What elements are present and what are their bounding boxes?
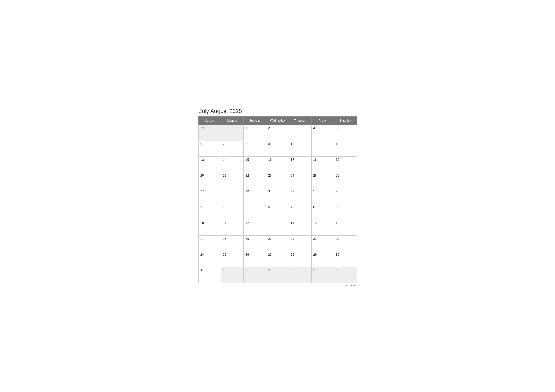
- week-row: 6789101112: [198, 141, 357, 156]
- column-header-tuesday: Tuesday: [244, 116, 266, 125]
- calendar-cell: 23: [334, 235, 357, 251]
- calendar-table: SundayMondayTuesdayWednesdayThursdayFrid…: [198, 116, 357, 283]
- calendar-cell: 31: [198, 267, 221, 283]
- calendar-cell: 20: [266, 235, 289, 251]
- calendar-cell: 6: [198, 141, 221, 156]
- calendar-cell: 1: [311, 188, 334, 204]
- calendar-body: 2930123456789101112131415161718192021222…: [198, 125, 357, 283]
- footer-credit: iCalendars.net: [198, 283, 357, 287]
- calendar-cell: 17: [289, 156, 311, 172]
- calendar-cell: 31: [289, 188, 311, 204]
- calendar-cell: 23: [266, 172, 289, 188]
- calendar-cell: 9: [266, 141, 289, 156]
- calendar-cell: 16: [266, 156, 289, 172]
- calendar-cell: 22: [311, 235, 334, 251]
- calendar-cell: 4: [289, 267, 311, 283]
- calendar-cell: 28: [221, 188, 243, 204]
- week-row: 20212223242526: [198, 172, 357, 188]
- calendar-cell: 27: [198, 188, 221, 204]
- calendar-cell: 11: [221, 220, 243, 235]
- column-header-monday: Monday: [221, 116, 243, 125]
- calendar-cell: 30: [221, 125, 243, 141]
- calendar-cell: 7: [221, 141, 243, 156]
- calendar-cell: 29: [244, 188, 266, 204]
- calendar-cell: 12: [334, 141, 357, 156]
- week-row: 24252627282930: [198, 251, 357, 267]
- calendar-cell: 17: [198, 235, 221, 251]
- column-header-sunday: Sunday: [198, 116, 221, 125]
- calendar-cell: 13: [198, 156, 221, 172]
- calendar-cell: 14: [221, 156, 243, 172]
- calendar-cell: 5: [334, 125, 357, 141]
- calendar-cell: 20: [198, 172, 221, 188]
- calendar-container: July August 2025 SundayMondayTuesdayWedn…: [198, 105, 357, 287]
- calendar-cell: 3: [266, 267, 289, 283]
- calendar-cell: 3: [289, 125, 311, 141]
- calendar-cell: 6: [334, 267, 357, 283]
- calendar-cell: 3: [198, 204, 221, 220]
- calendar-cell: 30: [266, 188, 289, 204]
- week-row: 31123456: [198, 267, 357, 283]
- column-header-thursday: Thursday: [289, 116, 311, 125]
- week-row: 293012345: [198, 125, 357, 141]
- column-header-friday: Friday: [311, 116, 334, 125]
- column-header-wednesday: Wednesday: [266, 116, 289, 125]
- calendar-cell: 30: [334, 251, 357, 267]
- calendar-cell: 29: [311, 251, 334, 267]
- calendar-cell: 1: [221, 267, 243, 283]
- calendar-cell: 18: [221, 235, 243, 251]
- calendar-cell: 5: [244, 204, 266, 220]
- week-row: 13141516171819: [198, 156, 357, 172]
- column-header-saturday: Saturday: [334, 116, 357, 125]
- calendar-cell: 10: [198, 220, 221, 235]
- calendar-cell: 8: [244, 141, 266, 156]
- calendar-cell: 26: [244, 251, 266, 267]
- calendar-cell: 2: [334, 188, 357, 204]
- calendar-cell: 9: [334, 204, 357, 220]
- calendar-cell: 19: [334, 156, 357, 172]
- calendar-cell: 15: [311, 220, 334, 235]
- week-row: 10111213141516: [198, 220, 357, 235]
- header-row: SundayMondayTuesdayWednesdayThursdayFrid…: [198, 116, 357, 125]
- week-row: 17181920212223: [198, 235, 357, 251]
- calendar-cell: 14: [289, 220, 311, 235]
- calendar-cell: 16: [334, 220, 357, 235]
- calendar-cell: 2: [266, 125, 289, 141]
- calendar-cell: 15: [244, 156, 266, 172]
- calendar-cell: 25: [221, 251, 243, 267]
- calendar-cell: 8: [311, 204, 334, 220]
- calendar-cell: 2: [244, 267, 266, 283]
- calendar-cell: 4: [221, 204, 243, 220]
- calendar-cell: 13: [266, 220, 289, 235]
- calendar-cell: 21: [289, 235, 311, 251]
- calendar-cell: 25: [311, 172, 334, 188]
- calendar-cell: 26: [334, 172, 357, 188]
- calendar-cell: 6: [266, 204, 289, 220]
- calendar-cell: 1: [244, 125, 266, 141]
- calendar-cell: 24: [198, 251, 221, 267]
- calendar-cell: 19: [244, 235, 266, 251]
- calendar-cell: 18: [311, 156, 334, 172]
- calendar-cell: 28: [289, 251, 311, 267]
- week-row: 272829303112: [198, 188, 357, 204]
- calendar-cell: 27: [266, 251, 289, 267]
- calendar-cell: 10: [289, 141, 311, 156]
- calendar-cell: 5: [311, 267, 334, 283]
- calendar-cell: 29: [198, 125, 221, 141]
- calendar-cell: 22: [244, 172, 266, 188]
- calendar-title: July August 2025: [198, 105, 357, 116]
- week-row: 3456789: [198, 204, 357, 220]
- calendar-cell: 4: [311, 125, 334, 141]
- calendar-cell: 24: [289, 172, 311, 188]
- calendar-cell: 12: [244, 220, 266, 235]
- calendar-cell: 11: [311, 141, 334, 156]
- calendar-cell: 21: [221, 172, 243, 188]
- calendar-cell: 7: [289, 204, 311, 220]
